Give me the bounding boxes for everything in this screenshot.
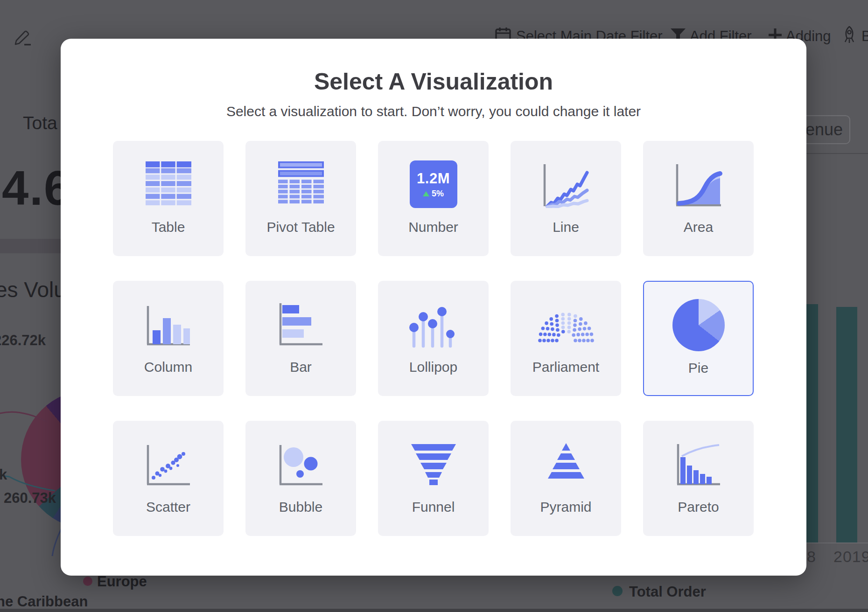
axis-tick-2018: 8 [807, 548, 816, 566]
pyramid-chart-icon [511, 421, 621, 501]
viz-tile-line[interactable]: Line [511, 141, 621, 256]
funnel-chart-icon [378, 421, 489, 501]
rocket-icon[interactable] [840, 25, 859, 45]
viz-tile-column[interactable]: Column [113, 281, 224, 396]
table-chart-icon [113, 141, 224, 221]
viz-tile-pareto[interactable]: Pareto [643, 421, 754, 536]
viz-tile-table[interactable]: Table [113, 141, 224, 256]
column-chart-icon [113, 281, 224, 361]
viz-tile-label: Parliament [511, 359, 621, 375]
viz-tile-scatter[interactable]: Scatter [113, 421, 224, 536]
viz-tile-area[interactable]: Area [643, 141, 754, 256]
bubble-chart-icon [245, 421, 356, 501]
viz-tile-label: Lollipop [378, 359, 489, 375]
viz-tile-label: Scatter [113, 499, 224, 515]
select-visualization-modal: Select A Visualization Select a visualiz… [61, 39, 806, 576]
pie-label-top: 226.72k [0, 332, 46, 349]
modal-title: Select A Visualization [61, 67, 806, 97]
bar-chart-icon [245, 281, 356, 361]
viz-tile-label: Pareto [643, 499, 754, 515]
viz-tile-lollipop[interactable]: Lollipop [378, 281, 489, 396]
legend-total-order[interactable]: Total Order [629, 584, 706, 600]
line-chart-icon [511, 141, 621, 221]
visualization-grid: Table [113, 141, 754, 536]
lollipop-chart-icon [378, 281, 489, 361]
screen: Select Main Date Filter Add Filter Addin… [0, 0, 868, 612]
viz-tile-pivot-table[interactable]: Pivot Table [245, 141, 356, 256]
viz-tile-label: Bubble [245, 499, 356, 515]
pie-label-mid: k [0, 466, 7, 483]
number-kpi-icon: 1.2M 5% [378, 141, 489, 221]
viz-tile-bubble[interactable]: Bubble [245, 421, 356, 536]
x-axis-line [802, 542, 868, 543]
pareto-chart-icon [643, 421, 754, 501]
viz-tile-label: Pivot Table [245, 219, 356, 235]
scatter-chart-icon [113, 421, 224, 501]
viz-tile-label: Bar [245, 359, 356, 375]
bar-2019 [836, 307, 857, 542]
parliament-chart-icon [511, 281, 621, 361]
viz-tile-pyramid[interactable]: Pyramid [511, 421, 621, 536]
legend-europe[interactable]: Europe [97, 573, 147, 590]
viz-tile-label: Table [113, 219, 224, 235]
number-icon-value: 1.2M [417, 170, 450, 187]
toolbar-boost-partial[interactable]: B [861, 28, 868, 45]
pie-label-bottom: 260.73k [4, 490, 56, 507]
viz-tile-label: Number [378, 219, 489, 235]
viz-tile-label: Column [113, 359, 224, 375]
viz-tile-label: Pie [644, 360, 753, 376]
area-chart-icon [643, 141, 754, 221]
viz-tile-number[interactable]: 1.2M 5% Number [378, 141, 489, 256]
viz-tile-label: Funnel [378, 499, 489, 515]
legend-dot-total-order [612, 586, 623, 596]
viz-tile-funnel[interactable]: Funnel [378, 421, 489, 536]
delta-up-triangle-icon [423, 191, 429, 196]
legend-dot-europe [83, 577, 92, 586]
viz-tile-parliament[interactable]: Parliament [511, 281, 621, 396]
right-divider [806, 153, 868, 154]
pivot-table-icon [245, 141, 356, 221]
viz-tile-label: Line [511, 219, 621, 235]
number-icon-delta: 5% [432, 189, 444, 199]
viz-tile-label: Area [643, 219, 754, 235]
viz-tile-bar[interactable]: Bar [245, 281, 356, 396]
viz-tile-label: Pyramid [511, 499, 621, 515]
pie-chart-icon [644, 282, 753, 362]
modal-subtitle: Select a visualization to start. Don’t w… [61, 103, 806, 120]
axis-tick-2019: 2019 [833, 548, 868, 566]
viz-tile-pie[interactable]: Pie [643, 281, 754, 396]
bottom-band [0, 609, 868, 612]
legend-caribbean[interactable]: he Caribbean [0, 593, 88, 610]
